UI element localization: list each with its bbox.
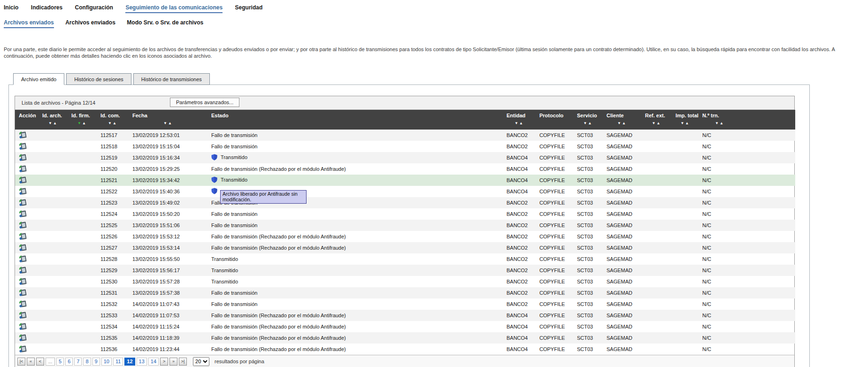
sort-asc-icon[interactable]: ▲: [113, 121, 117, 125]
tab-historico-transmisiones[interactable]: Histórico de transmisiones: [133, 73, 210, 85]
file-details-icon[interactable]: [19, 312, 27, 319]
nav-item-configuracion[interactable]: Configuración: [75, 4, 113, 12]
file-details-icon[interactable]: [19, 323, 27, 330]
table-row[interactable]: 11251713/02/2019 12:53:01Fallo de transm…: [15, 130, 795, 141]
column-header-fecha[interactable]: Fecha▼▲: [129, 110, 207, 130]
sort-icons[interactable]: ▼▲: [699, 118, 741, 125]
table-row[interactable]: 11253214/02/2019 11:07:43Fallo de transm…: [15, 298, 795, 310]
file-details-icon[interactable]: [19, 289, 27, 297]
page-button-11[interactable]: 11: [113, 358, 123, 366]
nav-item-seguimiento[interactable]: Seguimiento de las comunicaciones: [125, 4, 223, 13]
table-row[interactable]: 11253614/02/2019 11:23:44Fallo de transm…: [15, 344, 795, 355]
page-button-6[interactable]: 6: [65, 358, 73, 366]
file-details-icon[interactable]: [19, 165, 27, 173]
sort-desc-icon[interactable]: ▼: [77, 121, 82, 125]
file-details-icon[interactable]: [19, 143, 27, 150]
column-header-id_firm[interactable]: Id. firm.▼▲: [68, 110, 97, 130]
file-details-icon[interactable]: [19, 199, 27, 206]
first-page-button[interactable]: |<: [17, 358, 25, 366]
table-row[interactable]: 11253013/02/2019 15:57:28TransmitidoBANC…: [15, 276, 795, 287]
table-row[interactable]: 11251913/02/2019 15:16:34TransmitidoBANC…: [15, 152, 795, 163]
sort-desc-icon[interactable]: ▼: [48, 121, 53, 125]
file-details-icon[interactable]: [19, 176, 27, 184]
page-button-13[interactable]: 13: [137, 358, 147, 366]
sort-icons[interactable]: ▼▲: [672, 118, 699, 125]
table-row[interactable]: 11252713/02/2019 15:53:14Fallo de transm…: [15, 242, 795, 253]
column-header-id_com[interactable]: Id. com.▼▲: [97, 110, 129, 130]
prev-page-button[interactable]: <: [36, 358, 44, 366]
table-row[interactable]: 11252913/02/2019 15:56:17TransmitidoBANC…: [15, 265, 795, 276]
page-button-9[interactable]: 9: [92, 358, 100, 366]
file-details-icon[interactable]: [19, 278, 27, 285]
column-header-imp_total[interactable]: Imp. total▼▲: [672, 110, 699, 130]
sort-asc-icon[interactable]: ▲: [622, 121, 627, 125]
current-page-button[interactable]: 12: [124, 358, 135, 366]
sort-asc-icon[interactable]: ▲: [657, 121, 661, 125]
nav-item-indicadores[interactable]: Indicadores: [31, 4, 62, 12]
sort-desc-icon[interactable]: ▼: [652, 121, 657, 125]
sort-asc-icon[interactable]: ▲: [685, 121, 690, 125]
file-details-icon[interactable]: [19, 255, 27, 263]
last-page-button[interactable]: >|: [179, 358, 187, 366]
file-details-icon[interactable]: [19, 210, 27, 218]
file-details-icon[interactable]: [19, 244, 27, 252]
tab-historico-sesiones[interactable]: Histórico de sesiones: [66, 73, 131, 85]
sort-icons[interactable]: ▼▲: [38, 118, 68, 125]
fast-prev-button[interactable]: «: [27, 358, 35, 366]
subnav-item-modo-srv[interactable]: Modo Srv. o Srv. de archivos: [127, 19, 203, 27]
file-details-icon[interactable]: [19, 267, 27, 274]
sort-desc-icon[interactable]: ▼: [163, 121, 168, 125]
table-row[interactable]: 11252013/02/2019 15:29:25Fallo de transm…: [15, 163, 795, 175]
sort-icons[interactable]: ▼▲: [503, 118, 536, 125]
table-row[interactable]: 11252313/02/2019 15:49:02Fallo de transm…: [15, 197, 795, 208]
sort-asc-icon[interactable]: ▲: [82, 121, 87, 125]
sort-desc-icon[interactable]: ▼: [617, 121, 622, 125]
fast-next-button[interactable]: »: [169, 358, 177, 366]
table-row[interactable]: 11252513/02/2019 15:51:06Fallo de transm…: [15, 220, 795, 231]
column-header-id_arch[interactable]: Id. arch.▼▲: [38, 110, 68, 130]
sort-icons[interactable]: ▼▲: [603, 118, 641, 125]
table-row[interactable]: 11252213/02/2019 15:40:36Archivo liberad…: [15, 186, 795, 197]
subnav-item-archivos-enviados-2[interactable]: Archivos enviados: [65, 19, 115, 27]
sort-asc-icon[interactable]: ▲: [168, 121, 173, 125]
file-details-icon[interactable]: [19, 131, 27, 139]
subnav-item-archivos-enviados-1[interactable]: Archivos enviados: [4, 19, 54, 28]
table-row[interactable]: 11253514/02/2019 11:18:39Fallo de transm…: [15, 332, 795, 344]
column-header-entidad[interactable]: Entidad▼▲: [503, 110, 536, 130]
sort-desc-icon[interactable]: ▼: [681, 121, 685, 125]
page-button-7[interactable]: 7: [74, 358, 82, 366]
table-row[interactable]: 11252413/02/2019 15:50:20Fallo de transm…: [15, 208, 795, 220]
nav-item-inicio[interactable]: Inicio: [4, 4, 18, 12]
page-button-8[interactable]: 8: [83, 358, 91, 366]
sort-desc-icon[interactable]: ▼: [108, 121, 113, 125]
column-header-ref_ext[interactable]: Ref. ext.▼▲: [641, 110, 672, 130]
advanced-params-button[interactable]: Parámetros avanzados...: [170, 98, 239, 107]
table-row[interactable]: 11251813/02/2019 15:15:04Fallo de transm…: [15, 141, 795, 152]
column-header-cliente[interactable]: Cliente▼▲: [603, 110, 641, 130]
table-row[interactable]: 11252813/02/2019 15:55:50TransmitidoBANC…: [15, 253, 795, 265]
sort-desc-icon[interactable]: ▼: [715, 121, 720, 125]
nav-item-seguridad[interactable]: Seguridad: [235, 4, 263, 12]
column-header-servicio[interactable]: Servicio▼▲: [573, 110, 603, 130]
next-page-button[interactable]: >: [160, 358, 168, 366]
sort-desc-icon[interactable]: ▼: [584, 121, 588, 125]
file-details-icon[interactable]: [19, 188, 27, 195]
sort-asc-icon[interactable]: ▲: [588, 121, 593, 125]
column-header-n_trn[interactable]: N.º trn.▼▲: [699, 110, 741, 130]
page-size-select[interactable]: 20: [193, 357, 209, 366]
file-details-icon[interactable]: [19, 334, 27, 342]
sort-asc-icon[interactable]: ▲: [519, 121, 524, 125]
sort-icons[interactable]: ▼▲: [129, 118, 207, 125]
table-row[interactable]: 11253414/02/2019 11:15:24Fallo de transm…: [15, 321, 795, 332]
file-details-icon[interactable]: [19, 345, 27, 353]
tab-archivo-emitido[interactable]: Archivo emitido: [13, 73, 64, 85]
sort-asc-icon[interactable]: ▲: [720, 121, 724, 125]
table-row[interactable]: 11252113/02/2019 15:34:42TransmitidoBANC…: [15, 175, 795, 186]
table-row[interactable]: 11253113/02/2019 15:57:38Fallo de transm…: [15, 287, 795, 298]
sort-icons[interactable]: ▼▲: [68, 118, 97, 125]
page-button-5[interactable]: 5: [56, 358, 64, 366]
page-button-14[interactable]: 14: [148, 358, 159, 366]
sort-desc-icon[interactable]: ▼: [515, 121, 519, 125]
file-details-icon[interactable]: [19, 154, 27, 161]
sort-icons[interactable]: ▼▲: [641, 118, 672, 125]
